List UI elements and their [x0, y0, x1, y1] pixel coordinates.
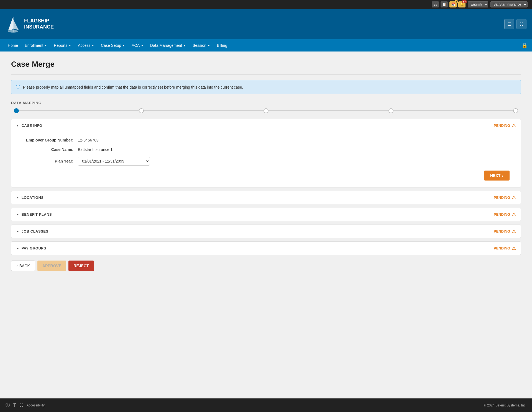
logo-line2: INSURANCE [24, 24, 54, 30]
pay-groups-title: PAY GROUPS [21, 246, 46, 250]
next-button[interactable]: NEXT › [484, 171, 510, 181]
pay-groups-status-icon: ⚠ [512, 246, 516, 251]
benefit-plans-section: ► BENEFIT PLANS PENDING ⚠ [11, 208, 521, 221]
nav-reports[interactable]: Reports ▼ [50, 39, 75, 51]
nav-data-management[interactable]: Data Management ▼ [147, 39, 189, 51]
step-3 [264, 108, 268, 113]
enrollment-chevron: ▼ [44, 44, 47, 47]
nav-home[interactable]: Home [4, 39, 21, 51]
job-classes-toggle-icon: ► [16, 230, 19, 233]
case-info-title-area: ▼ CASE INFO [16, 123, 42, 128]
logo-line1: FLAGSHIP [24, 18, 54, 24]
nav-enrollment[interactable]: Enrollment ▼ [21, 39, 50, 51]
case-name-row: Case Name: Battstar Insurance 1 [22, 147, 510, 152]
locations-title: LOCATIONS [21, 195, 44, 200]
footer-text-icon[interactable]: T [13, 403, 16, 408]
grid-view-button[interactable]: ☷ [516, 19, 526, 29]
footer-info-icon[interactable]: ⓘ [6, 402, 10, 408]
footer: ⓘ T ☷ Accessibility © 2024 Selerix Syste… [0, 398, 532, 412]
reject-button-label: REJECT [73, 264, 89, 268]
header-right: ☰ ☷ [504, 19, 526, 29]
info-icon: ⓘ [16, 84, 20, 90]
calendar-icon-button[interactable]: 📅 3 [449, 1, 457, 7]
access-chevron: ▼ [91, 44, 94, 47]
page-title: Case Merge [11, 60, 521, 69]
progress-steps [11, 108, 521, 113]
case-name-label: Case Name: [22, 147, 78, 152]
benefit-plans-header[interactable]: ► BENEFIT PLANS PENDING ⚠ [11, 208, 521, 221]
session-chevron: ▼ [208, 44, 210, 47]
pay-groups-toggle-icon: ► [16, 247, 19, 250]
document-icon-button[interactable]: ☷ [432, 1, 439, 7]
step-line-4 [393, 110, 513, 111]
benefit-plans-status: PENDING ⚠ [494, 212, 516, 217]
locations-toggle-icon: ► [16, 196, 19, 199]
job-classes-status: PENDING ⚠ [494, 229, 516, 234]
lock-icon[interactable]: 🔒 [521, 42, 528, 48]
reject-button[interactable]: REJECT [68, 261, 94, 271]
data-mgmt-chevron: ▼ [183, 44, 186, 47]
company-select[interactable]: BattStar Insurance [490, 1, 528, 7]
approve-button: APPROVE [37, 261, 66, 271]
case-info-status: PENDING ⚠ [494, 123, 516, 128]
step-line-1 [19, 110, 139, 111]
step-5 [513, 108, 518, 113]
bell-icon-button[interactable]: 🔔 57 [458, 1, 466, 7]
job-classes-status-text: PENDING [494, 229, 510, 233]
nav-session[interactable]: Session ▼ [189, 39, 214, 51]
step-line-2 [144, 110, 264, 111]
progress-section: DATA MAPPING [11, 101, 521, 113]
step-2 [139, 108, 144, 113]
info-banner: ⓘ Please properly map all unmapped field… [11, 80, 521, 94]
job-classes-section: ► JOB CLASSES PENDING ⚠ [11, 225, 521, 238]
pay-groups-header[interactable]: ► PAY GROUPS PENDING ⚠ [11, 242, 521, 255]
nav-bar: Home Enrollment ▼ Reports ▼ Access ▼ Cas… [0, 39, 532, 51]
case-info-toggle-icon: ▼ [16, 124, 19, 127]
job-classes-header[interactable]: ► JOB CLASSES PENDING ⚠ [11, 225, 521, 238]
next-arrow-icon: › [502, 173, 503, 178]
aca-chevron: ▼ [141, 44, 144, 47]
benefit-plans-status-icon: ⚠ [512, 212, 516, 217]
header: FLAGSHIP INSURANCE ☰ ☷ [0, 9, 532, 39]
footer-copyright: © 2024 Selerix Systems, Inc. [484, 403, 526, 407]
step-4 [388, 108, 393, 113]
step-line-3 [268, 110, 388, 111]
benefit-plans-toggle-icon: ► [16, 213, 19, 216]
case-info-status-icon: ⚠ [512, 123, 516, 128]
job-classes-status-icon: ⚠ [512, 229, 516, 234]
language-select[interactable]: English [468, 1, 488, 7]
logo-text: FLAGSHIP INSURANCE [24, 18, 54, 30]
case-info-section: ▼ CASE INFO PENDING ⚠ Employer Group Num… [11, 119, 521, 187]
benefit-plans-title-area: ► BENEFIT PLANS [16, 212, 52, 217]
info-banner-text: Please properly map all unmapped fields … [23, 85, 243, 89]
nav-billing[interactable]: Billing [214, 39, 231, 51]
job-classes-title: JOB CLASSES [21, 229, 48, 233]
bell-badge: 57 [462, 0, 467, 3]
progress-label: DATA MAPPING [11, 101, 521, 105]
nav-access[interactable]: Access ▼ [75, 39, 98, 51]
locations-title-area: ► LOCATIONS [16, 195, 44, 200]
accessibility-link[interactable]: Accessibility [27, 403, 45, 407]
back-button[interactable]: ‹ BACK [11, 261, 35, 271]
employer-group-row: Employer Group Number: 12-3456789 [22, 138, 510, 142]
pay-groups-section: ► PAY GROUPS PENDING ⚠ [11, 241, 521, 255]
plan-year-select[interactable]: 01/01/2021 - 12/31/2099 [78, 157, 150, 166]
locations-status-text: PENDING [494, 195, 510, 200]
top-bar: ☷ 📋 📅 3 🔔 57 English BattStar Insurance [0, 0, 532, 9]
pay-groups-status-text: PENDING [494, 246, 510, 250]
svg-marker-0 [8, 17, 13, 30]
nav-aca[interactable]: ACA ▼ [128, 39, 147, 51]
footer-accessibility-icon[interactable]: ☷ [19, 403, 23, 408]
logo-area: FLAGSHIP INSURANCE [6, 15, 54, 33]
locations-header[interactable]: ► LOCATIONS PENDING ⚠ [11, 191, 521, 204]
plan-year-row: Plan Year: 01/01/2021 - 12/31/2099 [22, 157, 510, 166]
case-info-header[interactable]: ▼ CASE INFO PENDING ⚠ [11, 119, 521, 132]
nav-case-setup[interactable]: Case Setup ▼ [98, 39, 128, 51]
list-view-button[interactable]: ☰ [504, 19, 514, 29]
step-1 [14, 108, 19, 113]
back-button-label: BACK [19, 264, 30, 268]
pay-groups-status: PENDING ⚠ [494, 246, 516, 251]
case-info-title: CASE INFO [21, 123, 42, 128]
action-buttons: ‹ BACK APPROVE REJECT [11, 261, 521, 271]
clipboard-icon-button[interactable]: 📋 [441, 1, 448, 7]
